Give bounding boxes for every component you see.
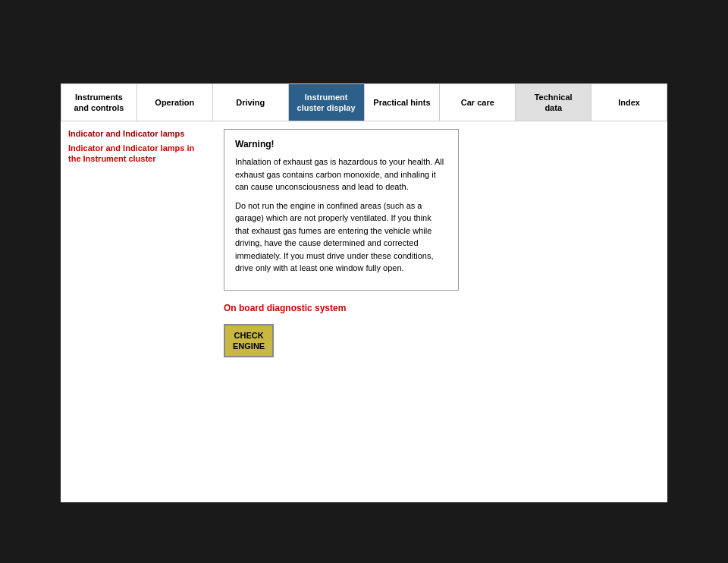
left-sidebar: Indicator and Indicator lamps Indicator … <box>61 129 212 417</box>
sidebar-sub-title: Indicator and Indicator lamps in the Ins… <box>68 143 205 165</box>
warning-paragraph-1: Inhalation of exhaust gas is hazardous t… <box>235 156 447 193</box>
warning-title: Warning! <box>235 139 447 149</box>
sidebar-section-title: Indicator and Indicator lamps <box>68 129 205 138</box>
nav-item-operation[interactable]: Operation <box>137 84 213 121</box>
nav-item-instruments[interactable]: Instruments and controls <box>61 84 137 121</box>
nav-item-driving[interactable]: Driving <box>213 84 289 121</box>
nav-item-practical-hints[interactable]: Practical hints <box>365 84 441 121</box>
diagnostic-link[interactable]: On board diagnostic system <box>224 303 656 313</box>
navigation-bar: Instruments and controls Operation Drivi… <box>61 83 667 121</box>
nav-item-index[interactable]: Index <box>592 84 667 121</box>
main-area: Indicator and Indicator lamps Indicator … <box>61 121 667 425</box>
right-content: Warning! Inhalation of exhaust gas is ha… <box>212 129 667 417</box>
page-content: Instruments and controls Operation Drivi… <box>61 83 667 502</box>
nav-item-technical-data[interactable]: Technical data <box>516 84 592 121</box>
warning-paragraph-2: Do not run the engine in confined areas … <box>235 200 447 275</box>
warning-box: Warning! Inhalation of exhaust gas is ha… <box>224 129 459 291</box>
check-engine-button[interactable]: CHECK ENGINE <box>224 324 274 358</box>
nav-item-car-care[interactable]: Car care <box>440 84 516 121</box>
nav-item-instrument-cluster[interactable]: Instrument cluster display <box>289 84 365 121</box>
